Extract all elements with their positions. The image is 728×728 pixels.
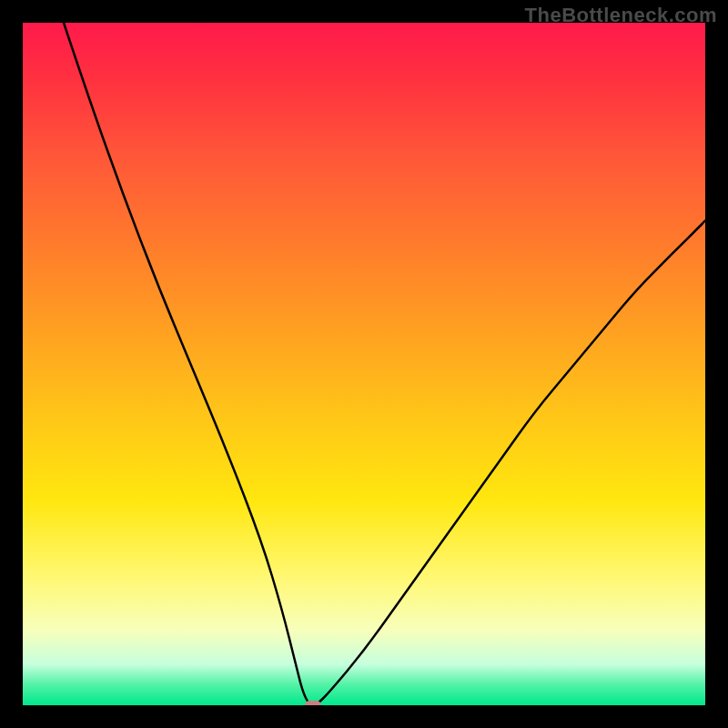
chart-frame: TheBottleneck.com — [0, 0, 728, 728]
plot-area — [23, 23, 705, 705]
watermark-text: TheBottleneck.com — [525, 4, 717, 27]
bottleneck-curve — [23, 23, 705, 705]
minimum-marker — [305, 701, 321, 705]
